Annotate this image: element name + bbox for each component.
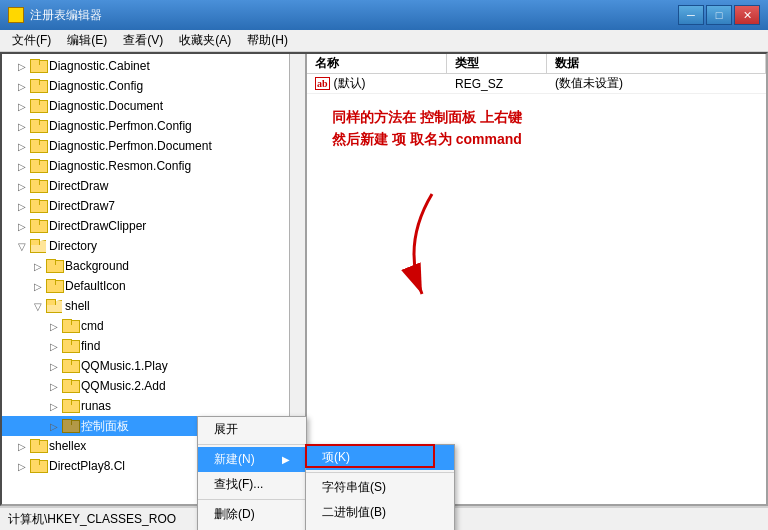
menu-view[interactable]: 查看(V) [115, 30, 171, 51]
col-header-name: 名称 [307, 54, 447, 73]
tree-item-shell[interactable]: ▽ shell [2, 296, 305, 316]
folder-icon [62, 359, 78, 373]
tree-item-directdrawclipper[interactable]: ▷ DirectDrawClipper [2, 216, 305, 236]
status-text: 计算机\HKEY_CLASSES_ROO [8, 511, 176, 528]
cell-data: (数值未设置) [547, 75, 766, 92]
folder-icon [30, 99, 46, 113]
ctx-new-label: 新建(N) [214, 451, 255, 468]
tree-item-find[interactable]: ▷ find [2, 336, 305, 356]
tree-item-qqmusic1[interactable]: ▷ QQMusic.1.Play [2, 356, 305, 376]
ctx-separator2 [198, 499, 306, 500]
context-menu: 展开 新建(N) ▶ 查找(F)... 删除(D) 重命名(R) [197, 416, 307, 530]
tree-label: Diagnostic.Perfmon.Document [49, 139, 212, 153]
folder-icon [30, 119, 46, 133]
tree-item-diagnostic-resmon-config[interactable]: ▷ Diagnostic.Resmon.Config [2, 156, 305, 176]
menu-edit[interactable]: 编辑(E) [59, 30, 115, 51]
tree-item-diagnostic-perfmon-config[interactable]: ▷ Diagnostic.Perfmon.Config [2, 116, 305, 136]
context-menu-area: 展开 新建(N) ▶ 查找(F)... 删除(D) 重命名(R) 项(K) 字符… [197, 416, 307, 530]
tree-item-qqmusic2[interactable]: ▷ QQMusic.2.Add [2, 376, 305, 396]
expand-icon: ▷ [46, 418, 62, 434]
right-panel: 名称 类型 数据 ab (默认) REG_SZ (数值未设置) [307, 54, 766, 504]
folder-icon [30, 199, 46, 213]
ctx-find[interactable]: 查找(F)... [198, 472, 306, 497]
registry-rows: ab (默认) REG_SZ (数值未设置) [307, 74, 766, 504]
tree-item-cmd[interactable]: ▷ cmd [2, 316, 305, 336]
tree-label: DirectDraw [49, 179, 108, 193]
tree-item-defaulticon[interactable]: ▷ DefaultIcon [2, 276, 305, 296]
ctx-expand[interactable]: 展开 [198, 417, 306, 442]
ctx-delete[interactable]: 删除(D) [198, 502, 306, 527]
col-header-type: 类型 [447, 54, 547, 73]
tree-label: QQMusic.2.Add [81, 379, 166, 393]
tree-label: Diagnostic.Cabinet [49, 59, 150, 73]
tree-label: Directory [49, 239, 97, 253]
expand-icon: ▷ [46, 358, 62, 374]
expand-icon: ▷ [14, 78, 30, 94]
submenu-item-string[interactable]: 字符串值(S) [306, 475, 454, 500]
expand-icon: ▷ [46, 398, 62, 414]
submenu-item-dword[interactable]: DWORD (32-位)值(D) [306, 525, 454, 530]
tree-item-diagnostic-config[interactable]: ▷ Diagnostic.Config [2, 76, 305, 96]
tree-label: Diagnostic.Config [49, 79, 143, 93]
tree-label: Diagnostic.Resmon.Config [49, 159, 191, 173]
menu-file[interactable]: 文件(F) [4, 30, 59, 51]
expand-icon: ▷ [14, 58, 30, 74]
tree-label: runas [81, 399, 111, 413]
expand-icon: ▷ [14, 158, 30, 174]
tree-item-directdraw7[interactable]: ▷ DirectDraw7 [2, 196, 305, 216]
expand-icon: ▷ [14, 198, 30, 214]
tree-label: find [81, 339, 100, 353]
title-bar: 注册表编辑器 ─ □ ✕ [0, 0, 768, 30]
tree-label: DirectDraw7 [49, 199, 115, 213]
folder-icon [30, 179, 46, 193]
table-row[interactable]: ab (默认) REG_SZ (数值未设置) [307, 74, 766, 94]
folder-icon [62, 379, 78, 393]
tree-label: Diagnostic.Document [49, 99, 163, 113]
expand-icon: ▷ [14, 98, 30, 114]
maximize-button[interactable]: □ [706, 5, 732, 25]
folder-open-icon [30, 239, 46, 253]
folder-icon [30, 219, 46, 233]
expand-icon: ▷ [14, 438, 30, 454]
menu-bar: 文件(F) 编辑(E) 查看(V) 收藏夹(A) 帮助(H) [0, 30, 768, 52]
expand-icon: ▷ [46, 378, 62, 394]
tree-item-diagnostic-document[interactable]: ▷ Diagnostic.Document [2, 96, 305, 116]
tree-item-background[interactable]: ▷ Background [2, 256, 305, 276]
tree-label: Diagnostic.Perfmon.Config [49, 119, 192, 133]
tree-item-runas[interactable]: ▷ runas [2, 396, 305, 416]
folder-icon [30, 459, 46, 473]
tree-item-directdraw[interactable]: ▷ DirectDraw [2, 176, 305, 196]
tree-content: ▷ Diagnostic.Cabinet ▷ Diagnostic.Config… [2, 54, 305, 478]
submenu-item-key[interactable]: 项(K) [306, 445, 454, 470]
menu-help[interactable]: 帮助(H) [239, 30, 296, 51]
title-bar-buttons: ─ □ ✕ [678, 5, 760, 25]
submenu-item-binary[interactable]: 二进制值(B) [306, 500, 454, 525]
folder-open-icon [46, 299, 62, 313]
tree-item-diagnostic-perfmon-document[interactable]: ▷ Diagnostic.Perfmon.Document [2, 136, 305, 156]
expand-icon: ▷ [14, 458, 30, 474]
cell-name: ab (默认) [307, 75, 447, 92]
tree-label: DefaultIcon [65, 279, 126, 293]
expand-icon: ▷ [46, 338, 62, 354]
context-submenu: 项(K) 字符串值(S) 二进制值(B) DWORD (32-位)值(D) [305, 444, 455, 530]
expand-icon: ▷ [14, 178, 30, 194]
minimize-button[interactable]: ─ [678, 5, 704, 25]
col-header-data: 数据 [547, 54, 766, 73]
folder-icon [46, 259, 62, 273]
main-content: ▷ Diagnostic.Cabinet ▷ Diagnostic.Config… [0, 52, 768, 506]
submenu-separator [306, 472, 454, 473]
close-button[interactable]: ✕ [734, 5, 760, 25]
folder-icon [30, 439, 46, 453]
tree-item-directory[interactable]: ▽ Directory [2, 236, 305, 256]
ctx-new[interactable]: 新建(N) ▶ [198, 447, 306, 472]
tree-label: shell [65, 299, 90, 313]
tree-label: Background [65, 259, 129, 273]
expand-icon: ▷ [14, 218, 30, 234]
folder-icon [30, 139, 46, 153]
ctx-separator [198, 444, 306, 445]
tree-label: DirectDrawClipper [49, 219, 146, 233]
tree-item-diagnostic-cabinet[interactable]: ▷ Diagnostic.Cabinet [2, 56, 305, 76]
tree-label: 控制面板 [81, 418, 129, 435]
expand-icon: ▷ [14, 138, 30, 154]
menu-favorites[interactable]: 收藏夹(A) [171, 30, 239, 51]
